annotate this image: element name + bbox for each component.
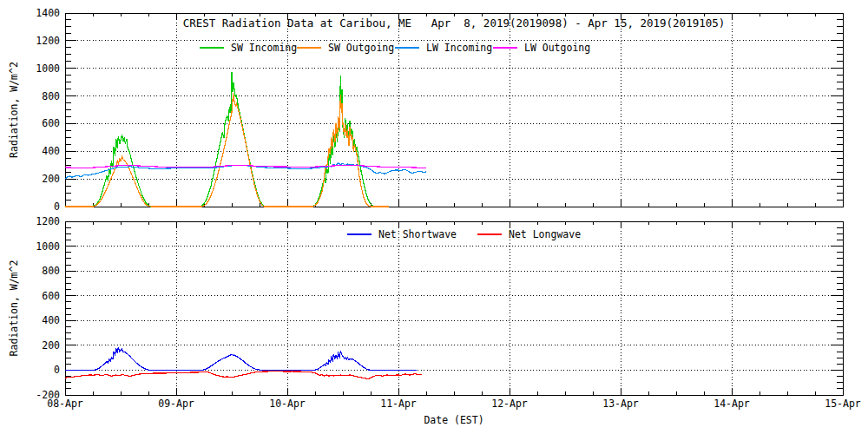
radiation-chart-svg: 0200400600800100012001400Radiation, W/m^… (0, 0, 868, 434)
x-tick-label: 12-Apr (491, 398, 528, 410)
series-net-shortwave (65, 347, 417, 370)
y-tick-label: 1200 (36, 35, 60, 47)
y-tick-label: 1000 (36, 240, 60, 253)
y-tick-label: 1200 (36, 215, 60, 227)
legend-label-lw-incoming: LW Incoming (426, 42, 492, 54)
x-tick-label: 08-Apr (47, 398, 83, 410)
legend-label-sw-incoming: SW Incoming (231, 42, 297, 54)
top-panel: 0200400600800100012001400Radiation, W/m^… (8, 7, 843, 213)
y-tick-label: 0 (54, 364, 60, 376)
y-tick-label: 0 (54, 201, 60, 213)
y-tick-label: 800 (42, 265, 60, 277)
radiation-figure: 0200400600800100012001400Radiation, W/m^… (0, 0, 868, 434)
legend-label-sw-outgoing: SW Outgoing (328, 42, 394, 54)
legend-label-net-shortwave: Net Shortwave (378, 228, 457, 240)
x-tick-label: 11-Apr (380, 398, 417, 410)
legend-label-lw-outgoing: LW Outgoing (524, 42, 590, 54)
y-axis-label: Radiation, W/m^2 (8, 260, 20, 357)
y-tick-label: 400 (42, 314, 60, 326)
y-axis-label: Radiation, W/m^2 (8, 62, 20, 158)
y-tick-label: 200 (42, 173, 60, 185)
y-tick-label: 600 (42, 290, 60, 302)
y-tick-label: 1000 (36, 62, 60, 75)
y-tick-label: 400 (42, 145, 60, 157)
x-tick-label: 13-Apr (602, 398, 639, 410)
x-tick-label: 09-Apr (158, 398, 194, 410)
y-tick-label: 1400 (36, 7, 60, 19)
x-axis-label: Date (EST) (424, 414, 483, 426)
y-tick-label: 200 (42, 339, 60, 352)
chart-title: CREST Radiation Data at Caribou, ME Apr … (183, 16, 726, 30)
x-tick-label: 15-Apr (825, 398, 861, 410)
panel-frame (65, 221, 843, 395)
series-net-longwave (65, 372, 422, 379)
x-tick-label: 14-Apr (713, 398, 750, 410)
y-tick-label: 600 (42, 117, 60, 129)
x-tick-label: 10-Apr (269, 398, 306, 410)
y-tick-label: 800 (42, 90, 60, 102)
bottom-panel: -200020040060080010001200Radiation, W/m^… (8, 215, 861, 426)
legend-label-net-longwave: Net Longwave (509, 228, 581, 240)
